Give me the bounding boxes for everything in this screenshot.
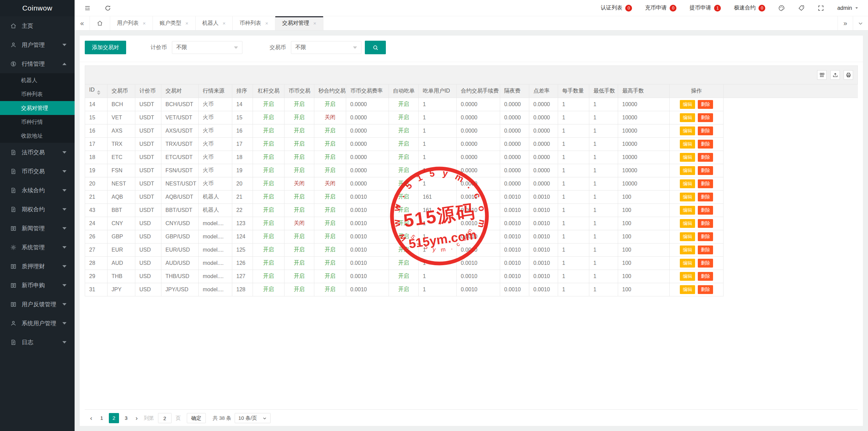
column-header: 计价币 [135,84,161,98]
close-icon[interactable]: × [265,21,268,26]
close-icon[interactable]: × [185,21,189,26]
table-cell: USD [135,217,161,230]
edit-button[interactable]: 编辑 [680,153,695,162]
sidebar-item-home[interactable]: 主页 [0,16,75,35]
close-icon[interactable]: × [223,21,226,26]
tab-账户类型[interactable]: 账户类型× [153,16,196,30]
edit-button[interactable]: 编辑 [680,259,695,268]
sidebar-item-receiving-address[interactable]: 收款地址 [0,129,75,143]
sidebar-item-options-contract[interactable]: 期权合约 [0,200,75,219]
sort-icon[interactable] [97,90,100,95]
sidebar-item-user-feedback-management[interactable]: 用户反馈管理 [0,295,75,314]
edit-button[interactable]: 编辑 [680,206,695,215]
page-number-button[interactable]: 2 [109,413,119,423]
search-button[interactable] [365,41,386,54]
sidebar-item-fiat-trade[interactable]: 法币交易 [0,143,75,162]
delete-button[interactable]: 删除 [698,219,713,228]
sidebar-item-user-management[interactable]: 用户管理 [0,35,75,54]
delete-button[interactable]: 删除 [698,153,713,162]
delete-button[interactable]: 删除 [698,113,713,122]
page-jump-input[interactable] [158,413,172,423]
tab-币种列表[interactable]: 币种列表× [233,16,275,30]
confirm-page-button[interactable]: 确定 [187,413,206,423]
delete-button[interactable]: 删除 [698,272,713,281]
edit-button[interactable]: 编辑 [680,126,695,135]
delete-button[interactable]: 删除 [698,232,713,241]
edit-button[interactable]: 编辑 [680,113,695,122]
columns-button[interactable] [817,70,827,80]
sidebar-item-robots[interactable]: 机器人 [0,73,75,87]
delete-button[interactable]: 删除 [698,193,713,201]
delete-button[interactable]: 删除 [698,100,713,109]
tab-用户列表[interactable]: 用户列表× [110,16,153,30]
page-number-button[interactable]: 3 [121,413,131,423]
tab-home[interactable] [90,16,110,30]
sidebar-item-perpetual-contract[interactable]: 永续合约 [0,181,75,200]
tag-icon[interactable] [798,5,805,12]
prev-page-button[interactable]: ‹ [87,413,96,423]
edit-button[interactable]: 编辑 [680,246,695,254]
edit-button[interactable]: 编辑 [680,179,695,188]
delete-button[interactable]: 删除 [698,285,713,294]
page-number-button[interactable]: 1 [97,413,107,423]
delete-button[interactable]: 删除 [698,206,713,215]
export-button[interactable] [830,70,840,80]
delete-button[interactable]: 删除 [698,166,713,175]
sidebar-item-logs[interactable]: 日志 [0,333,75,352]
add-trading-pair-button[interactable]: 添加交易对 [85,41,126,54]
table-cell: 43 [85,203,107,217]
sidebar-item-coin-market[interactable]: 币种行情 [0,115,75,129]
page-size-select[interactable]: 10 条/页 [235,413,271,423]
collapse-sidebar-icon[interactable] [84,5,91,12]
delete-button[interactable]: 删除 [698,126,713,135]
edit-button[interactable]: 编辑 [680,272,695,281]
sidebar-item-label: 系统用户管理 [22,319,56,327]
trade-currency-select[interactable]: 不限 [291,41,361,54]
table-cell: 10000 [618,111,670,124]
column-header[interactable]: ID [85,84,107,98]
sidebar-item-new-coin-subscription[interactable]: 新币申购 [0,276,75,295]
sidebar-item-system-user-management[interactable]: 系统用户管理 [0,314,75,333]
refresh-icon[interactable] [104,5,111,12]
tab-机器人[interactable]: 机器人× [196,16,233,30]
edit-button[interactable]: 编辑 [680,140,695,149]
table-cell: 0.0010 [346,217,389,230]
fullscreen-icon[interactable] [817,5,824,12]
next-page-button[interactable]: › [132,413,141,423]
tabs-scroll-left-button[interactable]: « [75,16,90,30]
topbar-menu-item[interactable]: 提币申请1 [689,4,721,12]
chevron-down-icon [62,284,66,287]
sidebar-item-coin-list[interactable]: 币种列表 [0,87,75,101]
tabs-menu-button[interactable] [853,16,868,30]
palette-icon[interactable] [778,5,785,12]
delete-button[interactable]: 删除 [698,179,713,188]
edit-button[interactable]: 编辑 [680,285,695,294]
table-cell: 0.0010 [529,230,558,243]
table-cell: 127 [232,270,253,283]
quote-currency-select[interactable]: 不限 [172,41,242,54]
sidebar-item-trading-pair-management[interactable]: 交易对管理 [0,101,75,115]
edit-button[interactable]: 编辑 [680,166,695,175]
edit-button[interactable]: 编辑 [680,100,695,109]
row-actions: 编辑删除 [674,232,719,241]
edit-button[interactable]: 编辑 [680,219,695,228]
sidebar-item-coin-trade[interactable]: 币币交易 [0,162,75,181]
sidebar-item-news-management[interactable]: 新闻管理 [0,219,75,238]
delete-button[interactable]: 删除 [698,246,713,254]
delete-button[interactable]: 删除 [698,259,713,268]
sidebar-item-staking-finance[interactable]: 质押理财 [0,257,75,276]
print-button[interactable] [844,70,853,80]
close-icon[interactable]: × [313,21,316,26]
topbar-menu-item[interactable]: 极速合约0 [734,4,765,12]
delete-button[interactable]: 删除 [698,140,713,149]
topbar-menu-item[interactable]: 充币申请0 [645,4,676,12]
edit-button[interactable]: 编辑 [680,193,695,201]
tabs-scroll-right-button[interactable]: » [837,16,853,30]
sidebar-item-system-management[interactable]: 系统管理 [0,238,75,257]
user-menu[interactable]: admin [837,5,859,11]
tab-交易对管理[interactable]: 交易对管理× [275,16,323,30]
topbar-menu-item[interactable]: 认证列表0 [600,4,632,12]
sidebar-item-market-management[interactable]: 行情管理 [0,54,75,73]
close-icon[interactable]: × [143,21,146,26]
edit-button[interactable]: 编辑 [680,232,695,241]
